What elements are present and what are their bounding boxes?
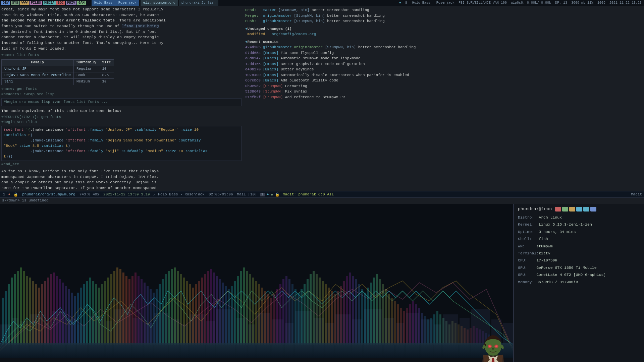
svg-rect-86 bbox=[138, 276, 140, 345]
svg-rect-157 bbox=[352, 276, 354, 345]
svg-rect-105 bbox=[195, 284, 197, 345]
svg-rect-139 bbox=[298, 293, 300, 345]
sb-dot: ● bbox=[267, 192, 269, 196]
svg-rect-118 bbox=[234, 281, 236, 345]
svg-rect-176 bbox=[409, 304, 411, 345]
svg-rect-49 bbox=[26, 276, 28, 345]
svg-rect-165 bbox=[376, 274, 378, 345]
svg-rect-102 bbox=[186, 281, 188, 345]
svg-rect-91 bbox=[153, 293, 155, 345]
tag-dev[interactable]: DEV bbox=[1, 1, 10, 5]
sb-position: 743:0 40% bbox=[78, 192, 100, 196]
svg-rect-125 bbox=[255, 281, 257, 345]
tag-gam[interactable]: GAM bbox=[77, 1, 86, 5]
svg-rect-155 bbox=[346, 276, 348, 345]
swatch-red bbox=[555, 207, 561, 212]
magit-merge-line: Merge: origin/master [StumpWM, bin] bett… bbox=[245, 13, 642, 19]
svg-rect-130 bbox=[270, 298, 272, 345]
svg-rect-44 bbox=[11, 278, 13, 345]
tab-fish[interactable]: phundraki 2: fish bbox=[179, 0, 218, 6]
svg-rect-192 bbox=[458, 324, 460, 345]
svg-rect-94 bbox=[162, 279, 164, 345]
svg-rect-74 bbox=[101, 284, 103, 345]
svg-rect-156 bbox=[349, 273, 351, 345]
tag-sys[interactable]: SYS bbox=[11, 1, 19, 5]
svg-rect-132 bbox=[276, 289, 278, 345]
magit-buffer[interactable]: Head: master [StumpWM, bin] better scree… bbox=[243, 6, 644, 191]
svg-point-218 bbox=[492, 349, 493, 350]
svg-rect-56 bbox=[47, 278, 49, 345]
sb-diamond: ◆ bbox=[271, 192, 273, 197]
svg-rect-163 bbox=[370, 283, 372, 345]
svg-rect-70 bbox=[89, 278, 91, 345]
svg-rect-141 bbox=[304, 284, 306, 345]
begin-src-block: #begin_src emacs-lisp :var fonts=list-fo… bbox=[1, 98, 241, 106]
svg-rect-193 bbox=[461, 326, 463, 345]
active-window-title: Holo Bass - Rosenjack bbox=[92, 0, 139, 6]
svg-rect-172 bbox=[397, 304, 399, 345]
svg-rect-191 bbox=[454, 323, 457, 345]
emacs-statusbar: 1 ● 🔒 phundrak/org/stumpwm.org 743:0 40%… bbox=[0, 191, 644, 198]
svg-rect-137 bbox=[291, 284, 293, 345]
emacs-buffer[interactable]: great, since my main font does not suppo… bbox=[0, 6, 243, 191]
main-content: great, since my main font does not suppo… bbox=[0, 6, 644, 191]
magit-head-line: Head: master [StumpWM, bin] better scree… bbox=[245, 7, 642, 13]
magit-commit-1: 07dd65a [Emacs] Fix some flyspell config bbox=[245, 50, 642, 56]
svg-rect-162 bbox=[367, 288, 369, 345]
svg-rect-106 bbox=[198, 281, 200, 345]
svg-rect-175 bbox=[406, 308, 408, 345]
display-info: DP: 13 bbox=[554, 1, 568, 5]
sb-filepath: phundrak/org/stumpwm.org bbox=[21, 192, 76, 196]
svg-rect-185 bbox=[436, 311, 438, 345]
svg-rect-123 bbox=[249, 274, 251, 345]
extra-info: 1005 bbox=[596, 1, 606, 5]
svg-rect-177 bbox=[412, 301, 414, 345]
swatch-green bbox=[562, 207, 568, 212]
name-comment-fonts: #name: list-fonts bbox=[1, 53, 241, 58]
svg-rect-181 bbox=[424, 316, 426, 345]
visualizer-svg bbox=[0, 204, 513, 358]
svg-rect-134 bbox=[282, 279, 284, 345]
name-comment-gen: #name: gen-fonts bbox=[1, 86, 241, 92]
svg-rect-153 bbox=[340, 286, 342, 345]
svg-rect-154 bbox=[343, 281, 345, 345]
tag-priv[interactable]: PRIV bbox=[66, 1, 76, 5]
svg-rect-187 bbox=[442, 318, 444, 345]
svg-rect-84 bbox=[131, 276, 133, 345]
svg-rect-161 bbox=[364, 293, 366, 345]
magit-commit-5: 1078400 [Emacs] Automatically disable sm… bbox=[245, 72, 642, 78]
svg-rect-95 bbox=[165, 274, 167, 345]
svg-rect-183 bbox=[430, 318, 432, 345]
sysinfo-memory: Memory: 3678MiB / 31799MiB bbox=[518, 279, 640, 285]
magit-commit-0: 424d305 github/master origin/master [Stu… bbox=[245, 45, 642, 50]
svg-rect-98 bbox=[174, 267, 176, 345]
tag-files[interactable]: FILES bbox=[30, 1, 42, 5]
sb-num-indicator: 1 bbox=[260, 193, 265, 196]
svg-rect-119 bbox=[237, 276, 239, 345]
svg-rect-65 bbox=[74, 296, 76, 345]
tag-soc[interactable]: SOC bbox=[56, 1, 65, 5]
tag-www[interactable]: WWW bbox=[20, 1, 29, 5]
sysinfo-panel: phundrak@leon Distro: Arch Linux Kernel:… bbox=[513, 204, 644, 362]
sb-lock2: 🔒 bbox=[275, 192, 280, 197]
svg-rect-194 bbox=[464, 328, 466, 345]
color-swatches bbox=[555, 207, 596, 212]
svg-rect-79 bbox=[116, 267, 118, 345]
tab-stumpwm[interactable]: eli: stumpwm.org bbox=[141, 0, 178, 6]
username-label: phundrak@leon bbox=[518, 206, 552, 212]
sb-lock-icon: 🔒 bbox=[12, 192, 19, 197]
sysinfo-uptime: Uptime: 3 hours, 34 mins bbox=[518, 229, 640, 235]
sb-music-time: 02:05/03:06 bbox=[208, 192, 234, 196]
magit-modified-line: modified org/config/emacs.org bbox=[245, 32, 642, 37]
svg-rect-93 bbox=[159, 284, 161, 345]
avatar-svg bbox=[473, 321, 513, 362]
tag-media[interactable]: MEDIA bbox=[43, 1, 56, 5]
svg-rect-104 bbox=[192, 288, 194, 345]
sysinfo-shell: Shell: fish bbox=[518, 236, 640, 242]
set-font-code: (set-font '(.(make-instance 'xft:font :f… bbox=[1, 126, 241, 161]
svg-rect-152 bbox=[337, 291, 339, 345]
svg-rect-188 bbox=[445, 321, 447, 345]
svg-rect-47 bbox=[20, 267, 22, 345]
svg-rect-128 bbox=[264, 291, 266, 345]
svg-rect-59 bbox=[56, 276, 58, 345]
